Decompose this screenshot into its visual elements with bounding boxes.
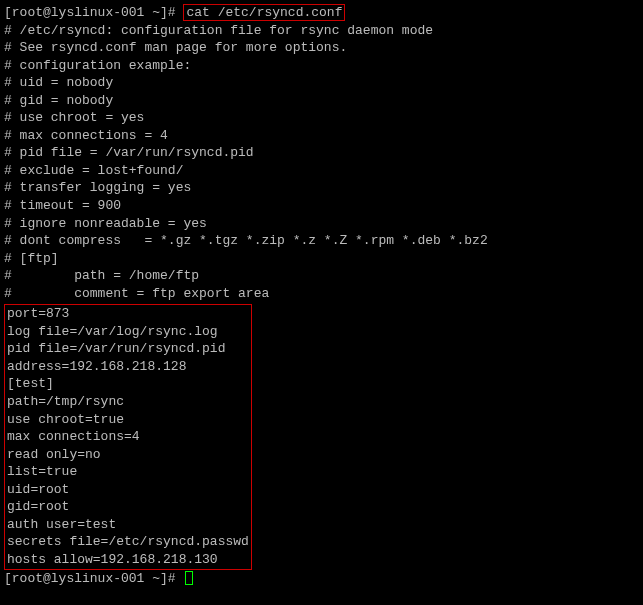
config-line: use chroot=true [7, 411, 249, 429]
config-line: max connections=4 [7, 428, 249, 446]
config-line: pid file=/var/run/rsyncd.pid [7, 340, 249, 358]
output-line: # path = /home/ftp [4, 267, 639, 285]
config-line: secrets file=/etc/rsyncd.passwd [7, 533, 249, 551]
output-line: # uid = nobody [4, 74, 639, 92]
config-line: path=/tmp/rsync [7, 393, 249, 411]
output-line: # max connections = 4 [4, 127, 639, 145]
output-line: # [ftp] [4, 250, 639, 268]
output-line: # exclude = lost+found/ [4, 162, 639, 180]
config-line: address=192.168.218.128 [7, 358, 249, 376]
shell-prompt: [root@lyslinux-001 ~]# [4, 5, 183, 20]
output-line: # pid file = /var/run/rsyncd.pid [4, 144, 639, 162]
config-line: read only=no [7, 446, 249, 464]
prompt-line-1: [root@lyslinux-001 ~]# cat /etc/rsyncd.c… [4, 4, 639, 22]
command-text: cat /etc/rsyncd.conf [186, 5, 342, 20]
config-line: list=true [7, 463, 249, 481]
config-line: [test] [7, 375, 249, 393]
config-line: port=873 [7, 305, 249, 323]
output-line: # /etc/rsyncd: configuration file for rs… [4, 22, 639, 40]
output-line: # See rsyncd.conf man page for more opti… [4, 39, 639, 57]
shell-prompt: [root@lyslinux-001 ~]# [4, 571, 183, 586]
config-line: hosts allow=192.168.218.130 [7, 551, 249, 569]
config-line: auth user=test [7, 516, 249, 534]
output-line: # configuration example: [4, 57, 639, 75]
output-line: # ignore nonreadable = yes [4, 215, 639, 233]
output-line: # timeout = 900 [4, 197, 639, 215]
command-highlight-box: cat /etc/rsyncd.conf [183, 4, 345, 21]
prompt-line-2[interactable]: [root@lyslinux-001 ~]# [4, 570, 639, 588]
output-line: # comment = ftp export area [4, 285, 639, 303]
output-line: # gid = nobody [4, 92, 639, 110]
terminal-cursor [185, 571, 193, 585]
output-line: # transfer logging = yes [4, 179, 639, 197]
config-line: gid=root [7, 498, 249, 516]
config-line: log file=/var/log/rsync.log [7, 323, 249, 341]
output-line: # dont compress = *.gz *.tgz *.zip *.z *… [4, 232, 639, 250]
config-line: uid=root [7, 481, 249, 499]
output-line: # use chroot = yes [4, 109, 639, 127]
config-highlight-box: port=873 log file=/var/log/rsync.log pid… [4, 304, 252, 569]
